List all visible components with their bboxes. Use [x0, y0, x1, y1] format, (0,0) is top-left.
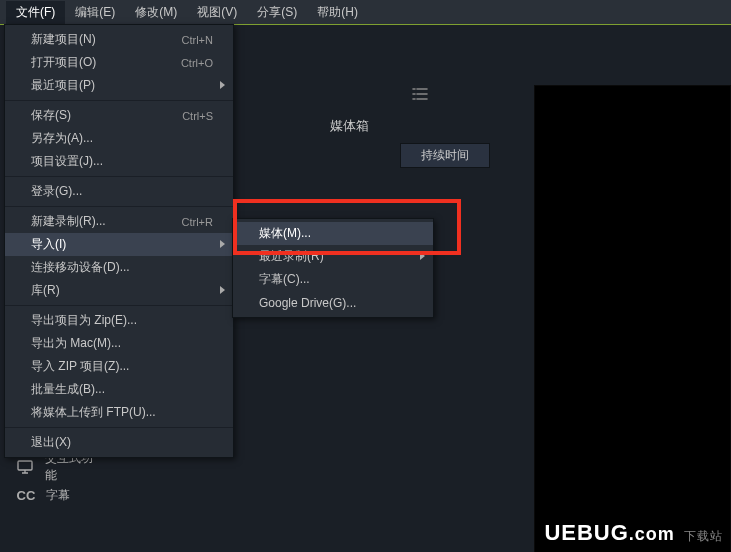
- file-library[interactable]: 库(R): [5, 279, 233, 302]
- file-exit[interactable]: 退出(X): [5, 431, 233, 454]
- side-subtitle-label: 字幕: [46, 487, 70, 504]
- file-import-zip[interactable]: 导入 ZIP 项目(Z)...: [5, 355, 233, 378]
- file-batch[interactable]: 批量生成(B)...: [5, 378, 233, 401]
- shortcut: Ctrl+R: [152, 216, 213, 228]
- file-menu: 新建项目(N)Ctrl+N 打开项目(O)Ctrl+O 最近项目(P) 保存(S…: [4, 24, 234, 458]
- file-project-settings[interactable]: 项目设置(J)...: [5, 150, 233, 173]
- import-google-drive[interactable]: Google Drive(G)...: [233, 291, 433, 314]
- chevron-right-icon: [420, 252, 425, 260]
- file-export-zip[interactable]: 导出项目为 Zip(E)...: [5, 309, 233, 332]
- watermark-tag: 下载站: [684, 529, 723, 543]
- menu-separator: [5, 305, 233, 306]
- screen-icon: [16, 458, 35, 476]
- menu-separator: [5, 176, 233, 177]
- import-media[interactable]: 媒体(M)...: [233, 222, 433, 245]
- cc-icon: CC: [16, 488, 36, 503]
- file-new-recording[interactable]: 新建录制(R)...Ctrl+R: [5, 210, 233, 233]
- chevron-right-icon: [220, 286, 225, 294]
- side-subtitle[interactable]: CC 字幕: [0, 481, 100, 509]
- file-recent-projects[interactable]: 最近项目(P): [5, 74, 233, 97]
- list-view-icon[interactable]: [390, 87, 450, 101]
- menu-separator: [5, 427, 233, 428]
- watermark-suffix: .com: [629, 524, 675, 544]
- mediabox-title: 媒体箱: [330, 117, 369, 135]
- menu-view[interactable]: 视图(V): [187, 1, 247, 24]
- file-export-mac[interactable]: 导出为 Mac(M)...: [5, 332, 233, 355]
- svg-rect-0: [18, 461, 32, 470]
- menu-edit[interactable]: 编辑(E): [65, 1, 125, 24]
- file-import[interactable]: 导入(I): [5, 233, 233, 256]
- shortcut: Ctrl+O: [151, 57, 213, 69]
- watermark-brand: UEBUG: [544, 520, 628, 545]
- file-open-project[interactable]: 打开项目(O)Ctrl+O: [5, 51, 233, 74]
- file-new-project[interactable]: 新建项目(N)Ctrl+N: [5, 28, 233, 51]
- preview-canvas: [534, 85, 731, 552]
- import-subtitle[interactable]: 字幕(C)...: [233, 268, 433, 291]
- menu-bar: 文件(F) 编辑(E) 修改(M) 视图(V) 分享(S) 帮助(H): [0, 0, 731, 24]
- watermark: UEBUG.com 下载站: [544, 520, 723, 546]
- menu-share[interactable]: 分享(S): [247, 1, 307, 24]
- shortcut: Ctrl+N: [152, 34, 213, 46]
- chevron-right-icon: [220, 81, 225, 89]
- import-submenu: 媒体(M)... 最近录制(R) 字幕(C)... Google Drive(G…: [232, 218, 434, 318]
- chevron-right-icon: [220, 240, 225, 248]
- menu-help[interactable]: 帮助(H): [307, 1, 368, 24]
- menu-separator: [5, 206, 233, 207]
- file-connect-mobile[interactable]: 连接移动设备(D)...: [5, 256, 233, 279]
- menu-modify[interactable]: 修改(M): [125, 1, 187, 24]
- file-upload-ftp[interactable]: 将媒体上传到 FTP(U)...: [5, 401, 233, 424]
- shortcut: Ctrl+S: [152, 110, 213, 122]
- duration-column[interactable]: 持续时间: [400, 143, 490, 168]
- file-login[interactable]: 登录(G)...: [5, 180, 233, 203]
- menu-separator: [5, 100, 233, 101]
- menu-file[interactable]: 文件(F): [6, 1, 65, 24]
- import-recent-recording[interactable]: 最近录制(R): [233, 245, 433, 268]
- file-save-as[interactable]: 另存为(A)...: [5, 127, 233, 150]
- file-save[interactable]: 保存(S)Ctrl+S: [5, 104, 233, 127]
